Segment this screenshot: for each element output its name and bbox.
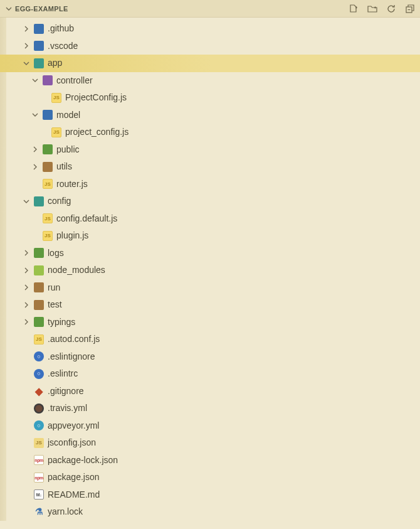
tree-item-label: yarn.lock — [48, 503, 83, 521]
folder-icon — [34, 282, 44, 292]
tree-row--travis-yml[interactable]: .travis.yml — [6, 400, 420, 417]
tree-item-label: .vscode — [48, 38, 78, 55]
chevron-right-icon[interactable] — [30, 144, 40, 154]
chevron-right-icon[interactable] — [21, 317, 31, 327]
tree-row-jsconfig-json[interactable]: JSjsconfig.json — [6, 434, 420, 452]
tree-item-label: plugin.js — [56, 227, 88, 245]
new-folder-icon[interactable] — [367, 4, 377, 14]
tree-row-typings[interactable]: typings — [6, 314, 420, 331]
tree-row--github[interactable]: .github — [6, 20, 420, 38]
folder-icon — [43, 75, 53, 85]
file-icon: JS — [51, 127, 61, 137]
tree-item-label: .eslintrc — [48, 365, 78, 383]
panel-actions — [349, 4, 415, 14]
tree-item-label: .github — [48, 20, 74, 38]
tree-row-package-json[interactable]: npmpackage.json — [6, 469, 420, 486]
tree-row-project-config-js[interactable]: JSproject_config.js — [6, 124, 420, 141]
file-icon: ○ — [34, 351, 44, 361]
file-icon: JS — [34, 438, 44, 448]
tree-item-label: logs — [48, 245, 64, 262]
tree-row-test[interactable]: test — [6, 296, 420, 314]
file-icon — [34, 403, 44, 414]
file-icon: JS — [34, 334, 44, 345]
tree-row-config[interactable]: config — [6, 193, 420, 210]
tree-row-appveyor-yml[interactable]: ○appveyor.yml — [6, 417, 420, 435]
folder-icon — [34, 300, 44, 310]
folder-icon — [43, 162, 53, 172]
tree-row-logs[interactable]: logs — [6, 245, 420, 262]
folder-icon — [43, 110, 53, 120]
tree-item-label: node_modules — [48, 262, 105, 279]
tree-row-public[interactable]: public — [6, 141, 420, 159]
tree-row-plugin-js[interactable]: JSplugin.js — [6, 227, 420, 245]
tree-row-node-modules[interactable]: node_modules — [6, 262, 420, 279]
tree-item-label: utils — [56, 158, 72, 176]
chevron-down-icon[interactable] — [21, 196, 31, 206]
chevron-down-icon[interactable] — [30, 75, 40, 85]
tree-row--eslintignore[interactable]: ○.eslintignore — [6, 348, 420, 366]
tree-row-yarn-lock[interactable]: ⚗yarn.lock — [6, 503, 420, 521]
file-icon: M↓ — [34, 489, 44, 500]
tree-item-label: model — [56, 107, 80, 124]
tree-row--gitignore[interactable]: ◆.gitignore — [6, 383, 420, 400]
tree-item-label: test — [48, 296, 62, 314]
file-icon: JS — [43, 179, 53, 189]
tree-item-label: jsconfig.json — [48, 434, 96, 452]
tree-row-package-lock-json[interactable]: npmpackage-lock.json — [6, 452, 420, 469]
panel-collapse-chevron-icon[interactable] — [4, 4, 14, 14]
chevron-right-icon[interactable] — [21, 300, 31, 310]
tree-item-label: controller — [56, 72, 93, 90]
tree-row-utils[interactable]: utils — [6, 158, 420, 176]
refresh-icon[interactable] — [386, 4, 396, 14]
collapse-all-icon[interactable] — [405, 4, 415, 14]
file-icon: npm — [34, 473, 44, 483]
tree-item-label: app — [48, 55, 62, 72]
tree-row-app[interactable]: app — [0, 55, 420, 72]
tree-item-label: typings — [48, 314, 75, 331]
chevron-right-icon[interactable] — [21, 282, 31, 292]
folder-icon — [34, 317, 44, 327]
tree-item-label: README.md — [48, 486, 100, 504]
tree-row-projectconfig-js[interactable]: JSProjectConfig.js — [6, 89, 420, 107]
tree-row-readme-md[interactable]: M↓README.md — [6, 486, 420, 504]
file-explorer-panel: EGG-EXAMPLE .github.vscodeappcontrollerJ… — [0, 0, 420, 529]
file-tree: .github.vscodeappcontrollerJSProjectConf… — [0, 18, 420, 521]
tree-row-router-js[interactable]: JSrouter.js — [6, 176, 420, 193]
tree-item-label: ProjectConfig.js — [65, 89, 127, 107]
folder-icon — [34, 24, 44, 34]
tree-row--vscode[interactable]: .vscode — [6, 38, 420, 55]
tree-item-label: run — [48, 279, 60, 297]
tree-row--autod-conf-js[interactable]: JS.autod.conf.js — [6, 331, 420, 348]
chevron-right-icon[interactable] — [21, 41, 31, 51]
file-icon: ○ — [34, 369, 44, 379]
tree-row-config-default-js[interactable]: JSconfig.default.js — [6, 210, 420, 228]
panel-header: EGG-EXAMPLE — [0, 0, 420, 18]
tree-item-label: package-lock.json — [48, 452, 118, 469]
new-file-icon[interactable] — [349, 4, 359, 14]
folder-icon — [34, 58, 44, 68]
tree-item-label: .eslintignore — [48, 348, 95, 366]
tree-row--eslintrc[interactable]: ○.eslintrc — [6, 365, 420, 383]
tree-row-run[interactable]: run — [6, 279, 420, 297]
file-icon: ◆ — [34, 386, 44, 396]
folder-icon — [34, 41, 44, 51]
chevron-down-icon[interactable] — [21, 58, 31, 68]
chevron-down-icon[interactable] — [30, 110, 40, 120]
tree-row-model[interactable]: model — [6, 107, 420, 124]
folder-icon — [43, 144, 53, 154]
tree-item-label: .autod.conf.js — [48, 331, 100, 348]
file-icon: ⚗ — [34, 507, 44, 517]
tree-item-label: appveyor.yml — [48, 417, 99, 435]
chevron-right-icon[interactable] — [21, 24, 31, 34]
panel-title: EGG-EXAMPLE — [15, 5, 349, 13]
chevron-right-icon[interactable] — [30, 162, 40, 172]
folder-icon — [34, 265, 44, 275]
tree-item-label: package.json — [48, 469, 100, 486]
file-icon: JS — [51, 93, 61, 103]
file-icon: ○ — [34, 420, 44, 430]
chevron-right-icon[interactable] — [21, 265, 31, 275]
tree-row-controller[interactable]: controller — [6, 72, 420, 90]
file-icon: npm — [34, 455, 44, 465]
chevron-right-icon[interactable] — [21, 248, 31, 258]
tree-item-label: config — [48, 193, 71, 210]
